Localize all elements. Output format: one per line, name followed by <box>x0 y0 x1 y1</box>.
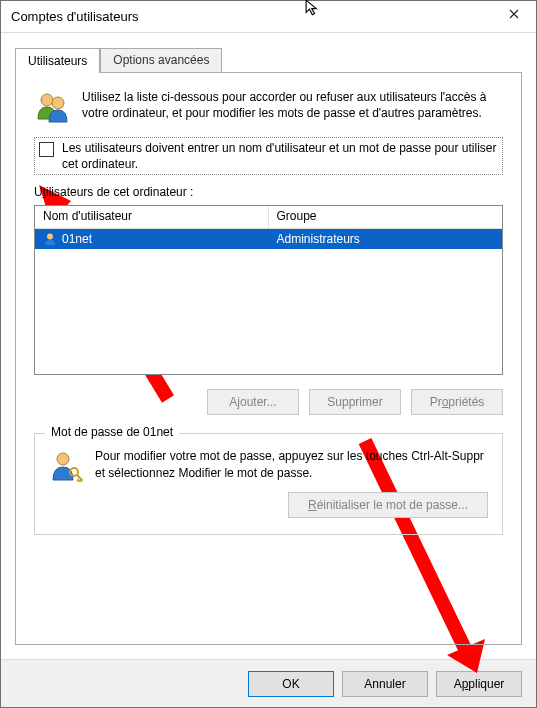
close-icon <box>509 9 519 19</box>
require-login-checkbox-row[interactable]: Les utilisateurs doivent entrer un nom d… <box>34 137 503 175</box>
user-properties-button[interactable]: Propriétés <box>411 389 503 415</box>
users-listbox[interactable]: Nom d'utilisateur Groupe 01netAdministra… <box>34 205 503 375</box>
svg-point-2 <box>47 234 53 240</box>
list-header: Nom d'utilisateur Groupe <box>35 206 502 229</box>
column-username[interactable]: Nom d'utilisateur <box>35 206 269 228</box>
ok-button[interactable]: OK <box>248 671 334 697</box>
intro-text: Utilisez la liste ci-dessous pour accord… <box>82 89 503 121</box>
password-group-text: Pour modifier votre mot de passe, appuye… <box>95 448 488 482</box>
tabstrip: Utilisateurs Options avancées <box>15 47 522 72</box>
dialog-button-row: OK Annuler Appliquer <box>1 659 536 707</box>
svg-point-1 <box>52 97 64 109</box>
remove-user-button[interactable]: Supprimer <box>309 389 401 415</box>
tab-panel-users: Utilisez la liste ci-dessous pour accord… <box>15 72 522 645</box>
user-accounts-window: Comptes d'utilisateurs Utilisateurs Opti… <box>0 0 537 708</box>
user-row-icon <box>43 232 57 246</box>
window-title: Comptes d'utilisateurs <box>11 9 138 24</box>
column-group[interactable]: Groupe <box>269 206 503 228</box>
require-login-label: Les utilisateurs doivent entrer un nom d… <box>62 140 500 172</box>
table-row[interactable]: 01netAdministrateurs <box>35 229 502 249</box>
password-group-title: Mot de passe de 01net <box>45 425 179 439</box>
require-login-checkbox[interactable] <box>39 142 54 157</box>
users-list-caption: Utilisateurs de cet ordinateur : <box>34 185 503 199</box>
tab-advanced[interactable]: Options avancées <box>100 48 222 72</box>
password-groupbox: Mot de passe de 01net Pour modifier votr… <box>34 433 503 535</box>
svg-point-0 <box>41 94 53 106</box>
svg-point-3 <box>57 453 69 465</box>
users-icon <box>34 89 70 125</box>
reset-password-button[interactable]: Réinitialiser le mot de passe... <box>288 492 488 518</box>
titlebar: Comptes d'utilisateurs <box>1 1 536 33</box>
cell-username: 01net <box>35 231 269 247</box>
cell-group: Administrateurs <box>269 231 503 247</box>
cancel-button[interactable]: Annuler <box>342 671 428 697</box>
add-user-button[interactable]: Ajouter... <box>207 389 299 415</box>
content-area: Utilisateurs Options avancées Utilisez l… <box>1 33 536 659</box>
apply-button[interactable]: Appliquer <box>436 671 522 697</box>
tab-users[interactable]: Utilisateurs <box>15 48 100 73</box>
key-user-icon <box>49 448 83 482</box>
close-button[interactable] <box>492 0 536 30</box>
